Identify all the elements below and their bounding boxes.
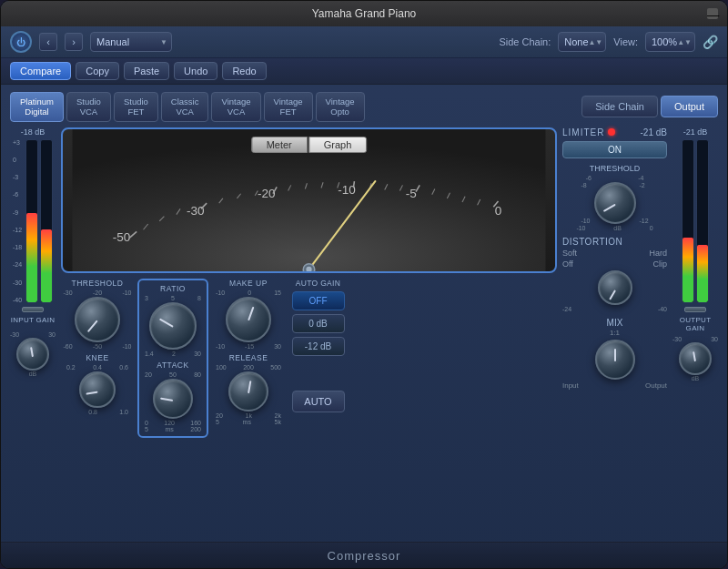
svg-text:-50: -50 [113,230,131,244]
mix-knob[interactable] [595,340,635,380]
titlebar-controls: — [707,8,718,19]
preset-tab-vintage-fet[interactable]: VintageFET [264,92,313,122]
output-scale-right: 30 [711,336,718,342]
thresh-sb1: -60 [64,343,73,350]
mix-section: MIX 1:1 Input Output [562,318,667,390]
input-gain-label: INPUT GAIN [11,316,56,324]
view-label: View: [613,36,638,47]
input-meter-display: +3 0 -3 -6 -9 -12 -18 -24 -30 -40 [13,139,53,303]
auto-gain-12db-btn[interactable]: -12 dB [292,337,345,356]
limiter-header: LIMITER -21 dB [562,127,667,137]
view-select[interactable]: 100% [645,32,695,52]
auto-btn[interactable]: AUTO [292,391,345,412]
ratio-scale-top: 3 5 8 [145,295,201,301]
preset-tab-classic-vca[interactable]: ClassicVCA [161,92,209,122]
nav-back-button[interactable]: ‹ [39,33,57,51]
makeup-scale-bottom: -10 -15 30 [216,343,281,350]
makeup-knob[interactable] [226,297,271,342]
scale-label-m30: -30 [13,279,22,286]
scale-label-m12: -12 [13,227,22,233]
sidechain-mode-button[interactable]: Side Chain [581,96,658,117]
distortion-section: DISTORTION Soft Hard Off Clip -24 [562,237,667,312]
mku-sb3: 30 [274,343,281,350]
copy-button[interactable]: Copy [76,62,119,80]
preset-tab-studio-vca[interactable]: StudioVCA [66,92,111,122]
release-knob[interactable] [228,371,268,412]
mix-labels-row: Input Output [562,381,667,390]
output-gain-knob[interactable] [679,342,712,375]
input-fader-group [22,307,44,316]
mix-knob-area [562,340,667,380]
input-fader-handle[interactable] [22,307,44,312]
power-button[interactable]: ⏻ [10,31,32,53]
distortion-soft: Soft [562,249,577,258]
sidechain-select[interactable]: None [558,32,606,52]
limiter-knob-area: -8 -10 -2 -12 [562,182,667,224]
minimize-button[interactable]: — [707,8,718,19]
redo-button[interactable]: Redo [222,62,266,80]
mku-s1: -10 [216,290,225,296]
rel-sb3: 2k [275,412,281,419]
release-scale-top: 100 200 500 [216,364,281,371]
ratio-knob[interactable] [149,302,197,350]
graph-tab[interactable]: Graph [308,137,368,153]
preset-tab-vintage-opto[interactable]: VintageOpto [316,92,365,122]
limiter-threshold-knob[interactable] [594,182,636,224]
sc-output-buttons: Side Chain Output [581,96,718,117]
topbar-right: Side Chain: None ▲▼ View: 100% ▲▼ 🔗 [499,32,718,52]
auto-gain-off-btn[interactable]: OFF [292,291,345,310]
distortion-off: Off [562,259,573,269]
distortion-title: DISTORTION [562,237,622,247]
preset-tab-platinum-digital[interactable]: PlatinumDigital [10,92,64,122]
input-scale-left: -30 [10,331,19,338]
input-gain-knob[interactable] [16,338,49,371]
preset-tabs-row: PlatinumDigital StudioVCA StudioFET Clas… [10,92,718,122]
attack-ms-row: 5 ms 200 [145,426,201,432]
attack-scale-bottom: 0 120 160 [145,420,201,426]
mku-s3: 15 [274,290,281,296]
auto-gain-0db-btn[interactable]: 0 dB [292,314,345,333]
center-panel: Meter Graph [61,127,557,438]
titlebar: Yamaha Grand Piano — [1,1,727,26]
distortion-knob[interactable] [598,270,632,305]
mku-sb1: -10 [216,343,225,350]
knee-scale: 0.2 0.4 0.6 [66,364,128,371]
knee-knob[interactable] [79,371,116,408]
limiter-thresh-scale-top: -6 -4 [562,175,667,181]
limiter-led [608,128,615,136]
nav-forward-button[interactable]: › [65,33,83,51]
ratio-s3: 8 [197,295,201,301]
knee-s2: 0.4 [93,364,102,371]
rel-s3: 500 [270,364,281,371]
output-knob-scale: -30 30 [672,336,718,342]
mku-sb2: -15 [245,343,254,350]
lim-thresh-s2: -4 [638,175,643,181]
limiter-title: LIMITER [562,127,604,137]
distortion-off-clip-row: Off Clip [562,259,667,269]
output-fader-handle[interactable] [684,307,706,312]
output-meter-display [682,139,709,303]
link-icon[interactable]: 🔗 [703,35,718,49]
limiter-on-button[interactable]: ON [562,141,667,158]
distortion-db-scale: -24 -40 [562,306,667,312]
atk-s3: 80 [194,371,201,378]
atk-s2: 50 [169,371,177,378]
limiter-db-value: -21 dB [641,127,667,137]
paste-button[interactable]: Paste [124,62,169,80]
threshold-knob[interactable] [75,297,120,342]
meter-tab[interactable]: Meter [251,137,308,153]
bottom-bar: Compressor [1,542,727,568]
attack-knob[interactable] [153,379,193,419]
preset-tab-vintage-vca[interactable]: VintageVCA [211,92,260,122]
svg-text:-10: -10 [338,183,356,197]
undo-button[interactable]: Undo [174,62,217,80]
topbar: ⏻ ‹ › Manual ▼ Side Chain: None ▲▼ View:… [1,26,727,58]
compare-button[interactable]: Compare [10,62,71,80]
ratio-label: RATIO [160,284,186,293]
ratio-section: RATIO 3 5 8 1.4 2 30 ATTAC [137,279,208,438]
atk-s1: 20 [145,371,152,378]
output-mode-button[interactable]: Output [661,96,718,117]
auto-gain-section: AUTO GAIN OFF 0 dB -12 dB AUTO [288,279,348,412]
manual-select[interactable]: Manual [90,32,172,52]
preset-tab-studio-fet[interactable]: StudioFET [114,92,158,122]
